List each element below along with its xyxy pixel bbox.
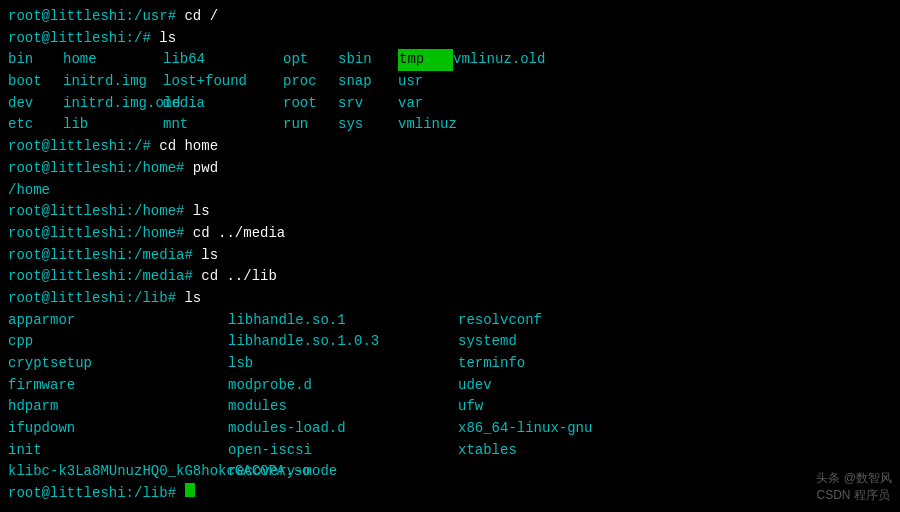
line-2: root@littleshi:/# ls xyxy=(8,28,892,50)
ls-row-3: dev initrd.img.old media root srv var xyxy=(8,93,892,115)
ls-item: srv xyxy=(338,93,398,115)
lib-row-2: cpp libhandle.so.1.0.3 systemd xyxy=(8,331,892,353)
ls-item: dev xyxy=(8,93,63,115)
ls-item: initrd.img xyxy=(63,71,163,93)
ls-item: resolvconf xyxy=(458,310,542,332)
line-ls-home: root@littleshi:/home# ls xyxy=(8,201,892,223)
ls-item: systemd xyxy=(458,331,517,353)
cursor xyxy=(185,483,195,497)
command: cd home xyxy=(159,136,218,158)
ls-item: cpp xyxy=(8,331,228,353)
prompt: root@littleshi:/# xyxy=(8,136,159,158)
prompt: root@littleshi:/media# xyxy=(8,245,201,267)
lib-row-4: firmware modprobe.d udev xyxy=(8,375,892,397)
ls-item: libhandle.so.1 xyxy=(228,310,458,332)
ls-item: modprobe.d xyxy=(228,375,458,397)
ls-item: cryptsetup xyxy=(8,353,228,375)
ls-item: snap xyxy=(338,71,398,93)
ls-item: recovery-mode xyxy=(228,461,458,483)
ls-item: vmlinuz xyxy=(398,114,457,136)
line-1: root@littleshi:/usr# cd / xyxy=(8,6,892,28)
line-final-prompt: root@littleshi:/lib# xyxy=(8,483,892,505)
ls-item-firmware: firmware xyxy=(8,375,228,397)
ls-item: modules-load.d xyxy=(228,418,458,440)
lib-row-7: init open-iscsi xtables xyxy=(8,440,892,462)
ls-item: modules xyxy=(228,396,458,418)
prompt: root@littleshi:/media# xyxy=(8,266,201,288)
ls-item: init xyxy=(8,440,228,462)
ls-item: proc xyxy=(283,71,338,93)
line-ls-lib: root@littleshi:/lib# ls xyxy=(8,288,892,310)
ls-item: open-iscsi xyxy=(228,440,458,462)
command: ls xyxy=(159,28,176,50)
command: pwd xyxy=(193,158,218,180)
ls-item: root xyxy=(283,93,338,115)
pwd-output: /home xyxy=(8,180,50,202)
command: ls xyxy=(193,201,210,223)
ls-item: udev xyxy=(458,375,492,397)
ls-item: hdparm xyxy=(8,396,228,418)
ls-row-1: bin home lib64 opt sbin tmp vmlinuz.old xyxy=(8,49,892,71)
ls-item: sys xyxy=(338,114,398,136)
prompt: root@littleshi:/lib# xyxy=(8,483,184,505)
ls-item: apparmor xyxy=(8,310,228,332)
command: ls xyxy=(201,245,218,267)
ls-item: var xyxy=(398,93,423,115)
ls-item: opt xyxy=(283,49,338,71)
line-home-output: /home xyxy=(8,180,892,202)
command: cd ../lib xyxy=(201,266,277,288)
lib-row-1: apparmor libhandle.so.1 resolvconf xyxy=(8,310,892,332)
terminal: root@littleshi:/usr# cd / root@littleshi… xyxy=(0,0,900,512)
ls-item: libhandle.so.1.0.3 xyxy=(228,331,458,353)
command: ls xyxy=(184,288,201,310)
ls-item: lsb xyxy=(228,353,458,375)
ls-item-tmp: tmp xyxy=(398,49,453,71)
ls-item: mnt xyxy=(163,114,283,136)
ls-item: klibc-k3La8MUnuzHQ0_kG8hokcGAC0PA.so xyxy=(8,461,228,483)
ls-item: etc xyxy=(8,114,63,136)
line-cd-home: root@littleshi:/# cd home xyxy=(8,136,892,158)
ls-item: terminfo xyxy=(458,353,525,375)
ls-row-2: boot initrd.img lost+found proc snap usr xyxy=(8,71,892,93)
ls-item: lib64 xyxy=(163,49,283,71)
ls-item: ufw xyxy=(458,396,483,418)
prompt: root@littleshi:/home# xyxy=(8,223,193,245)
ls-item: initrd.img.old xyxy=(63,93,163,115)
line-cd-lib: root@littleshi:/media# cd ../lib xyxy=(8,266,892,288)
ls-item: sbin xyxy=(338,49,398,71)
ls-item: xtables xyxy=(458,440,517,462)
prompt: root@littleshi:/home# xyxy=(8,201,193,223)
command: cd ../media xyxy=(193,223,285,245)
line-ls-media: root@littleshi:/media# ls xyxy=(8,245,892,267)
lib-row-3: cryptsetup lsb terminfo xyxy=(8,353,892,375)
ls-item: ifupdown xyxy=(8,418,228,440)
watermark: 头条 @数智风CSDN 程序员 xyxy=(816,470,892,504)
prompt: root@littleshi:/usr# xyxy=(8,6,184,28)
ls-item: lost+found xyxy=(163,71,283,93)
ls-item: lib xyxy=(63,114,163,136)
ls-row-4: etc lib mnt run sys vmlinuz xyxy=(8,114,892,136)
command: cd / xyxy=(184,6,218,28)
prompt: root@littleshi:/home# xyxy=(8,158,193,180)
line-pwd: root@littleshi:/home# pwd xyxy=(8,158,892,180)
ls-item: vmlinuz.old xyxy=(453,49,545,71)
ls-item: boot xyxy=(8,71,63,93)
ls-item: usr xyxy=(398,71,423,93)
ls-item: x86_64-linux-gnu xyxy=(458,418,592,440)
ls-item: run xyxy=(283,114,338,136)
lib-row-6: ifupdown modules-load.d x86_64-linux-gnu xyxy=(8,418,892,440)
ls-item: media xyxy=(163,93,283,115)
lib-row-5: hdparm modules ufw xyxy=(8,396,892,418)
ls-item: home xyxy=(63,49,163,71)
prompt: root@littleshi:/lib# xyxy=(8,288,184,310)
lib-row-8: klibc-k3La8MUnuzHQ0_kG8hokcGAC0PA.so rec… xyxy=(8,461,892,483)
ls-item: bin xyxy=(8,49,63,71)
prompt: root@littleshi:/# xyxy=(8,28,159,50)
line-cd-media: root@littleshi:/home# cd ../media xyxy=(8,223,892,245)
